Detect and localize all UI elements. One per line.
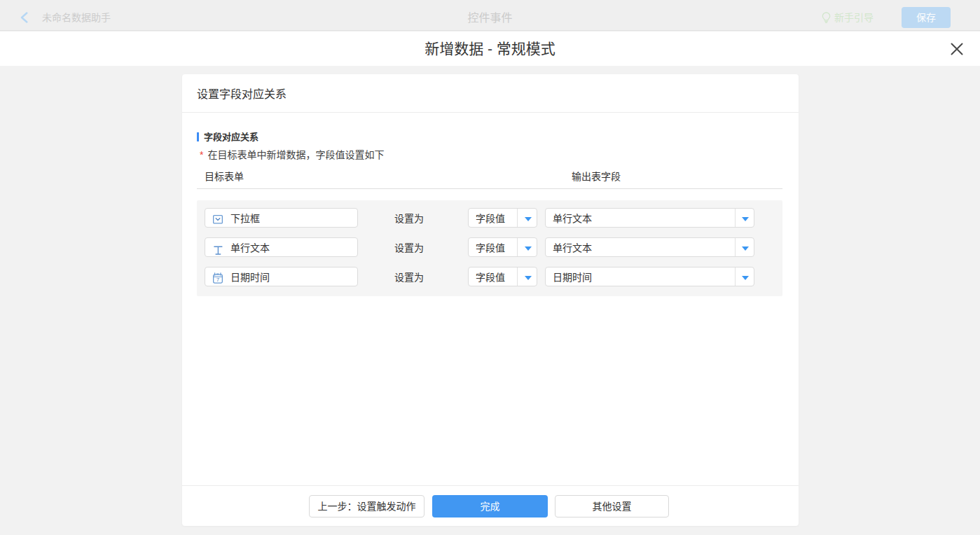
svg-text:7: 7 — [216, 277, 220, 283]
